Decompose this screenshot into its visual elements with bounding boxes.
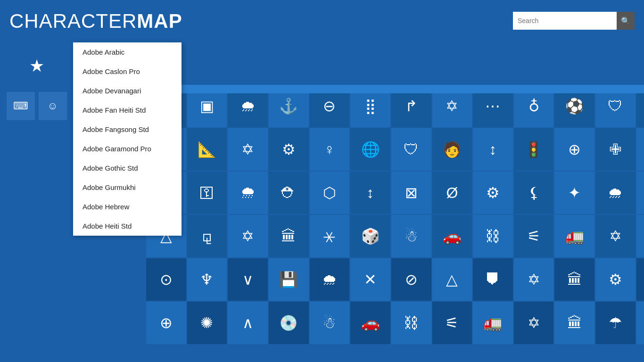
char-cell[interactable]: ⊘: [391, 258, 431, 301]
char-cell[interactable]: 🌧: [595, 172, 636, 214]
char-cell[interactable]: ⛓: [391, 302, 431, 344]
dropdown-item[interactable]: Adobe Devanagari: [73, 81, 182, 100]
char-cell[interactable]: 🧑: [432, 128, 472, 171]
char-cell[interactable]: ✦: [554, 172, 594, 214]
char-cell[interactable]: ✕: [350, 258, 390, 301]
font-dropdown: Adobe Arabic Adobe Caslon Pro Adobe Deva…: [73, 42, 182, 236]
char-cell[interactable]: ⚙: [269, 128, 309, 171]
top-stripe: [146, 85, 644, 93]
symbol-icon: ⚙: [609, 271, 622, 288]
char-cell[interactable]: 🎲: [350, 215, 390, 257]
dropdown-item[interactable]: Adobe Gothic Std: [73, 158, 182, 178]
dropdown-item[interactable]: Adobe Heiti Std: [73, 216, 182, 236]
symbol-icon: ⊘: [405, 271, 418, 288]
keyboard-button[interactable]: ⌨: [7, 92, 35, 120]
char-cell[interactable]: ↕: [350, 172, 390, 214]
char-cell[interactable]: ✡: [595, 215, 636, 257]
char-cell[interactable]: ↕: [473, 128, 513, 171]
dropdown-item[interactable]: Adobe Fangsong Std: [73, 120, 182, 139]
search-input[interactable]: [513, 12, 617, 30]
char-cell[interactable]: ⚙: [473, 172, 513, 214]
search-button[interactable]: 🔍: [617, 12, 635, 30]
char-cell[interactable]: ⊙: [146, 258, 186, 301]
char-cell[interactable]: ☃: [391, 215, 431, 257]
search-box: 🔍: [513, 12, 635, 30]
char-cell[interactable]: 🌧: [310, 258, 350, 301]
dropdown-item[interactable]: Adobe Fan Heiti Std: [73, 100, 182, 120]
char-cell[interactable]: ✺: [187, 302, 227, 344]
char-cell[interactable]: ✡: [228, 128, 268, 171]
char-cell[interactable]: ⚟: [432, 302, 472, 344]
dropdown-item[interactable]: Adobe Garamond Pro: [73, 139, 182, 158]
char-cell[interactable]: 🚗: [432, 215, 472, 257]
char-cell[interactable]: ✕: [636, 172, 644, 214]
char-cell[interactable]: ⚙: [636, 128, 644, 171]
symbol-icon: △: [446, 271, 458, 288]
char-cell[interactable]: △: [432, 258, 472, 301]
char-cell[interactable]: ☙: [636, 258, 644, 301]
symbol-icon: ⋯: [485, 97, 500, 115]
char-cell[interactable]: ⛊: [473, 258, 513, 301]
sidebar: ★ ⌨ ☺: [0, 42, 73, 362]
char-cell[interactable]: 💿: [269, 302, 309, 344]
char-cell[interactable]: ∧: [228, 302, 268, 344]
char-cell[interactable]: 🏛: [269, 215, 309, 257]
dropdown-item[interactable]: Adobe Caslon Pro: [73, 62, 182, 81]
char-cell[interactable]: ⛓: [473, 215, 513, 257]
symbol-icon: ♆: [200, 271, 214, 288]
char-cell[interactable]: 🚛: [473, 302, 513, 344]
char-cell[interactable]: 🌨: [228, 172, 268, 214]
char-cell[interactable]: ♆: [187, 258, 227, 301]
symbol-icon: 🌨: [240, 184, 256, 202]
symbol-icon: ⊕: [160, 314, 173, 332]
char-cell[interactable]: 🌐: [350, 128, 390, 171]
char-cell[interactable]: Ø: [432, 172, 472, 214]
char-cell[interactable]: 🚛: [554, 215, 594, 257]
char-cell[interactable]: ⚙: [636, 302, 644, 344]
emoji-button[interactable]: ☺: [39, 92, 67, 120]
char-cell[interactable]: ⊕: [554, 128, 594, 171]
symbol-icon: 🛡: [404, 141, 419, 158]
char-cell[interactable]: ⚹: [310, 215, 350, 257]
char-cell[interactable]: 💾: [269, 258, 309, 301]
char-cell[interactable]: 📐: [187, 128, 227, 171]
char-cell[interactable]: 🏗: [636, 215, 644, 257]
char-cell[interactable]: ☂: [595, 302, 636, 344]
dropdown-item[interactable]: Adobe Hebrew: [73, 197, 182, 216]
char-cell[interactable]: ✡: [228, 215, 268, 257]
char-cell[interactable]: ⚸: [514, 172, 554, 214]
char-cell[interactable]: 🏛: [554, 258, 594, 301]
symbol-icon: ✡: [446, 97, 458, 115]
symbol-icon: 🚦: [524, 140, 543, 158]
char-cell[interactable]: ✡: [514, 258, 554, 301]
char-cell[interactable]: ⚙: [595, 258, 636, 301]
symbol-icon: ⊕: [568, 140, 581, 158]
char-cell[interactable]: ☃: [310, 302, 350, 344]
char-cell[interactable]: ♀: [310, 128, 350, 171]
symbol-icon: ⊖: [323, 97, 336, 115]
favorites-button[interactable]: ★: [23, 52, 51, 80]
symbol-icon: 🌐: [361, 140, 380, 158]
symbol-icon: ♁: [528, 97, 539, 115]
symbol-icon: ↕: [367, 184, 374, 202]
char-cell[interactable]: ⊕: [146, 302, 186, 344]
symbol-icon: ↕: [489, 141, 496, 158]
symbol-icon: ⚼: [202, 228, 212, 245]
char-cell[interactable]: ⚼: [187, 215, 227, 257]
char-cell[interactable]: ⚟: [514, 215, 554, 257]
char-cell[interactable]: ∨: [228, 258, 268, 301]
char-cell[interactable]: 🛡: [391, 128, 431, 171]
char-cell[interactable]: 🏛: [554, 302, 594, 344]
symbol-icon: ✡: [528, 271, 540, 288]
char-cell[interactable]: 🚦: [514, 128, 554, 171]
char-cell[interactable]: ⚿: [187, 172, 227, 214]
char-cell[interactable]: ⊠: [391, 172, 431, 214]
symbol-icon: ⊙: [160, 271, 173, 288]
char-cell[interactable]: ✙: [595, 128, 636, 171]
dropdown-item[interactable]: Adobe Gurmukhi: [73, 178, 182, 197]
char-cell[interactable]: 🚗: [350, 302, 390, 344]
dropdown-item[interactable]: Adobe Arabic: [73, 42, 182, 62]
char-cell[interactable]: ✡: [514, 302, 554, 344]
char-cell[interactable]: ⛑: [269, 172, 309, 214]
char-cell[interactable]: ⬡: [310, 172, 350, 214]
